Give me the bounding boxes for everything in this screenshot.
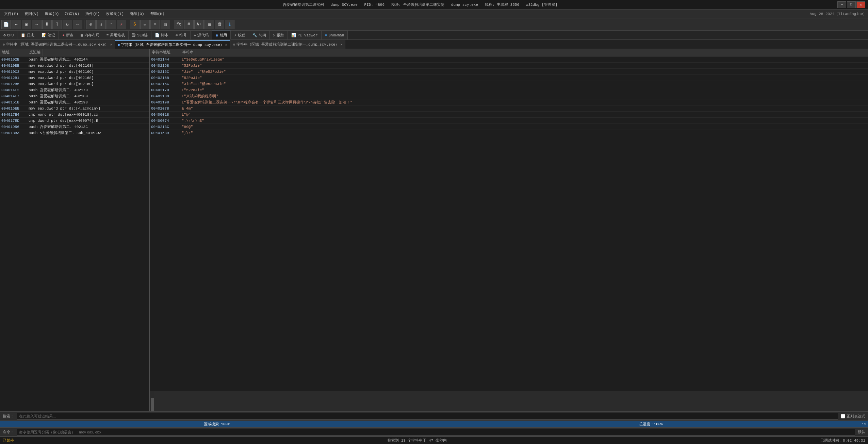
tb-del[interactable]: 🗑 [215,20,224,29]
tb-script[interactable]: S [130,20,140,29]
disasm-addr: 004010BE [0,64,27,68]
strref-row[interactable]: 0040216C"Jie"==L"杨e52PoJie" [150,69,868,75]
tb-bp[interactable]: ⊗ [86,20,96,29]
nav-tab-refs[interactable]: ◉ 引用 [212,31,231,39]
scroll-thumb[interactable] [151,398,154,411]
nav-tab-memory[interactable]: ▦ 内存布局 [77,31,103,39]
disasm-row[interactable]: 0040151Bpush 吾爱破解培训第二. 402198 [0,99,149,105]
tb-step-into[interactable]: → [32,20,42,29]
nav-tab-callstack[interactable]: ≡ 调用堆栈 [103,31,129,39]
tb-fx[interactable]: fx [174,20,183,29]
disasm-row[interactable]: 004012B6mov ecx,dword ptr ds:[40216C] [0,81,149,87]
menu-view[interactable]: 视图(V) [22,11,42,17]
nav-tab-bp[interactable]: ● 断点 [59,31,77,39]
disasm-row[interactable]: 004017E4cmp word ptr ds:[eax+400018].cx [0,112,149,118]
content-tab-3-close[interactable]: ✕ [340,43,342,47]
strref-row[interactable]: 00402078& 4m" [150,105,868,112]
nav-tab-pe[interactable]: 📊 PE Viewer [288,31,321,39]
menu-trace[interactable]: 跟踪(N) [62,11,82,17]
strref-body[interactable]: 00402144L"SeDebugPrivilege"00402168"52Po… [150,56,868,391]
disasm-row[interactable]: 004018BApush <吾爱破解培训第二. sub_401589> [0,130,149,136]
disasm-row[interactable]: 004016EEmov eax,dword ptr ds:[<_acmdln>] [0,105,149,112]
nav-tab-notes[interactable]: 📝 笔记 [38,31,59,39]
menu-help[interactable]: 帮助(H) [148,11,167,17]
content-tab-2[interactable]: 字符串（区域 吾爱破解培训第二课实例一_dump_scy.exe） ✕ [115,40,230,49]
content-tab-3[interactable]: 字符串（区域 吾爱破解培训第二课实例一_dump_scy.exe） ✕ [230,40,345,49]
snowman-icon: ❄ [325,33,327,37]
disasm-row[interactable]: 004014E2push 吾爱破解培训第二. 402170 [0,87,149,93]
nav-tab-symbols[interactable]: # 符号 [172,31,191,39]
menu-favorites[interactable]: 收藏夹(I) [103,11,127,17]
maximize-button[interactable]: □ [847,1,856,8]
nav-tab-scripts[interactable]: 📄 脚本 [151,31,172,39]
disasm-code: push 吾爱破解培训第二. 402180 [27,94,149,99]
content-tab-1[interactable]: 字符串（区域 吾爱破解培训第二课实例一_dump_scy.exe） ✕ [0,40,115,49]
disasm-row[interactable]: 0040102Bpush 吾爱破解培训第二. 402144 [0,56,149,63]
tb-run-to[interactable]: ⇉ [96,20,106,29]
disasm-row[interactable]: 00401956push 吾爱破解培训第二. 40213C [0,124,149,130]
content-tab-2-close[interactable]: ✕ [225,43,227,47]
content-tab-1-close[interactable]: ✕ [110,43,112,47]
tb-info[interactable]: ℹ [225,20,234,29]
strref-row[interactable]: 00402168"52PoJie" [150,63,868,69]
nav-tab-trace2[interactable]: ▷ 跟踪 [270,31,288,39]
nav-tab-handles[interactable]: 🔧 句柄 [249,31,270,39]
tb-pause[interactable]: ⏸ [42,20,52,29]
search-input[interactable] [17,413,838,420]
tb-asm[interactable]: ✏ [140,20,150,29]
tb-restart[interactable]: ↻ [63,20,72,29]
strref-row[interactable]: 00402144L"SeDebugPrivilege" [150,56,868,63]
str-val: "Jie"==L"杨e52PoJie" [180,81,868,86]
strref-row[interactable]: 00400018L"@" [150,112,868,118]
tb-mem[interactable]: ▦ [204,20,214,29]
strref-row[interactable]: 00402198L"吾爱破解培训第二课实例一\r\n本程序会有一个弹窗和三次弹网… [150,99,868,105]
nav-tab-threads[interactable]: ⚡ 线程 [231,31,249,39]
tb-stop[interactable]: ⇨ [73,20,82,29]
strref-pane: 字符串地址 字符串 00402144L"SeDebugPrivilege"004… [150,49,868,411]
nav-tab-log[interactable]: 📋 日志 [17,31,38,39]
disasm-row[interactable]: 004010BEmov eax,dword ptr ds:[402168] [0,63,149,69]
disasm-row[interactable]: 004014E7push 吾爱破解培训第二. 402180 [0,93,149,99]
nav-tab-cpu[interactable]: ⚙ CPU [0,31,17,39]
disasm-body[interactable]: 0040102Bpush 吾爱破解培训第二. 402144004010BEmov… [0,56,149,411]
str-addr: 00402168 [150,64,180,68]
strref-row[interactable]: 0040216C"Jie"==L"杨e52PoJie" [150,81,868,87]
tb-step-out[interactable]: ↑ [107,20,116,29]
minimize-button[interactable]: — [837,1,846,8]
nav-tab-seh[interactable]: ⛓ SEH链 [129,31,151,39]
strref-row[interactable]: 00402168"52PoJie" [150,75,868,81]
tb-font[interactable]: A+ [194,20,204,29]
nav-tab-source[interactable]: ◈ 源代码 [191,31,213,39]
menu-plugins[interactable]: 插件(P) [83,11,102,17]
menu-options[interactable]: 选项(O) [127,11,147,17]
menu-file[interactable]: 文件(F) [1,11,21,17]
strref-row[interactable]: 0040213C"80@" [150,124,868,130]
tb-open[interactable]: ↩ [12,20,21,29]
disasm-row[interactable]: 004017EDcmp dword ptr ds:[eax+400074].E [0,118,149,124]
strref-row[interactable]: 00402180L"来试试我的程序啊" [150,93,868,99]
vertical-scrollbar[interactable] [150,391,154,411]
nav-tab-log-label: 日志 [27,33,34,38]
regex-checkbox[interactable] [841,413,845,420]
strref-row[interactable]: 00401589";\r" [150,130,868,136]
tb-step-over[interactable]: ⤵ [52,20,62,29]
disasm-pane: 地址 反汇编 0040102Bpush 吾爱破解培训第二. 4021440040… [0,49,150,411]
disasm-code: mov ecx,dword ptr ds:[40216C] [27,70,149,74]
nav-tab-snowman[interactable]: ❄ Snowman [322,31,348,39]
tb-hex[interactable]: ≡ [150,20,160,29]
menu-debug[interactable]: 调试(D) [42,11,62,17]
command-input[interactable] [17,429,855,435]
tb-run[interactable]: ▣ [22,20,31,29]
tb-exec[interactable]: ⚡ [117,20,126,29]
strref-row[interactable]: 00402170L"52PoJie" [150,87,868,93]
close-button[interactable]: ✕ [856,1,865,8]
strref-row[interactable]: 00400074".\r\r\n$" [150,118,868,124]
tb-new[interactable]: 📄 [1,20,11,29]
tb-patch[interactable]: ▤ [161,20,170,29]
content-tab-2-label: 字符串（区域 吾爱破解培训第二课实例一_dump_scy.exe） [121,42,224,47]
scripts-icon: 📄 [155,33,160,37]
disasm-row[interactable]: 004010C3mov ecx,dword ptr ds:[40216C] [0,69,149,75]
tb-hash[interactable]: # [184,20,194,29]
disasm-row[interactable]: 004012B1mov eax,dword ptr ds:[402168] [0,75,149,81]
progress-area: 区域搜索 100% 总进度：100% 13 [0,421,868,428]
